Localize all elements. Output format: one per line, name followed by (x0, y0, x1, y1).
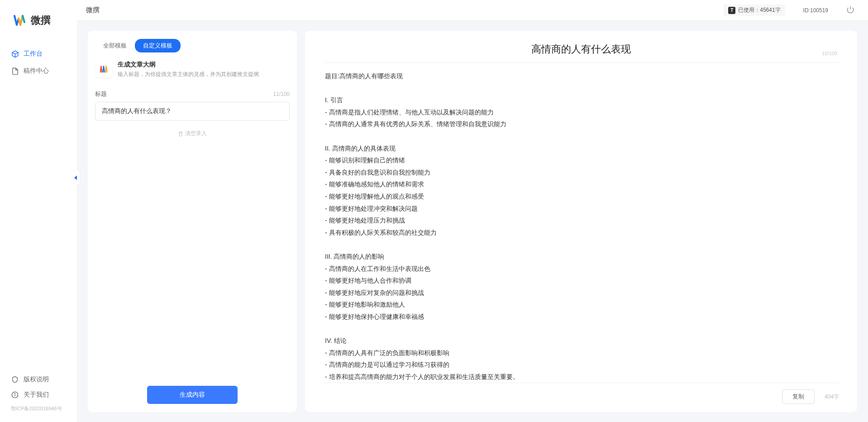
main-content: 全部模板 自定义模板 生成文章大纲 输入标题，为你提供文章主体的灵感，并为其创建… (77, 21, 868, 422)
user-id: ID:100519 (803, 7, 828, 14)
nav-workbench[interactable]: 工作台 (0, 45, 77, 62)
output-word-count: 404字 (825, 393, 839, 401)
template-tabs: 全部模板 自定义模板 (88, 31, 297, 52)
shield-icon (11, 375, 19, 384)
trash-icon (178, 131, 183, 137)
usage-badge: T 已使用： 45641字 (724, 5, 785, 16)
logo: 微撰 (0, 14, 77, 45)
template-card: 生成文章大纲 输入标题，为你提供文章主体的灵感，并为其创建推文提纲 (88, 52, 297, 85)
icp-text: 鄂ICP备2022016946号 (0, 403, 77, 417)
template-icon (95, 61, 112, 78)
svg-point-2 (14, 393, 15, 394)
title-label: 标题 (95, 90, 107, 98)
copy-button[interactable]: 复制 (782, 389, 815, 404)
nav-label: 稿件中心 (24, 67, 49, 75)
collapse-sidebar-handle[interactable] (72, 171, 80, 185)
output-content[interactable]: 题目:高情商的人有哪些表现 I. 引言 - 高情商是指人们处理情绪、与他人互动以… (323, 62, 839, 382)
tab-all-templates[interactable]: 全部模板 (95, 39, 135, 52)
usage-value: 45641字 (760, 6, 780, 14)
title-label-row: 标题 11/100 (95, 90, 290, 98)
power-icon[interactable] (846, 5, 854, 15)
main-nav: 工作台 稿件中心 (0, 45, 77, 372)
info-icon (11, 391, 19, 399)
clear-input-button[interactable]: 清空录入 (95, 130, 290, 138)
text-icon: T (728, 7, 735, 14)
top-header: 微撰 T 已使用： 45641字 ID:100519 (77, 0, 868, 21)
template-info: 生成文章大纲 输入标题，为你提供文章主体的灵感，并为其创建推文提纲 (118, 61, 259, 78)
tab-custom-templates[interactable]: 自定义模板 (135, 39, 181, 52)
output-title-count: 10/100 (822, 51, 837, 56)
template-title: 生成文章大纲 (118, 61, 259, 69)
logo-text: 微撰 (31, 14, 51, 27)
cube-icon (11, 50, 19, 58)
template-desc: 输入标题，为你提供文章主体的灵感，并为其创建推文提纲 (118, 71, 259, 78)
title-input[interactable] (95, 102, 290, 121)
sidebar: 微撰 工作台 稿件中心 版权说明 关于我们 鄂ICP (0, 0, 77, 422)
nav-about[interactable]: 关于我们 (0, 387, 77, 403)
nav-label: 关于我们 (24, 391, 49, 399)
usage-label: 已使用： (738, 6, 760, 14)
output-panel: 高情商的人有什么表现 10/100 题目:高情商的人有哪些表现 I. 引言 - … (305, 31, 857, 412)
input-panel: 全部模板 自定义模板 生成文章大纲 输入标题，为你提供文章主体的灵感，并为其创建… (88, 31, 297, 412)
bottom-nav: 版权说明 关于我们 鄂ICP备2022016946号 (0, 372, 77, 422)
nav-copyright[interactable]: 版权说明 (0, 372, 77, 387)
document-icon (11, 67, 19, 75)
nav-label: 版权说明 (24, 375, 49, 384)
logo-icon (14, 14, 27, 27)
app-title: 微撰 (86, 6, 100, 14)
output-title-row: 高情商的人有什么表现 10/100 (305, 31, 857, 62)
title-char-count: 11/100 (273, 91, 290, 97)
output-title: 高情商的人有什么表现 (323, 43, 839, 56)
header-right: T 已使用： 45641字 ID:100519 (724, 5, 854, 16)
nav-drafts[interactable]: 稿件中心 (0, 62, 77, 80)
nav-label: 工作台 (24, 50, 43, 58)
title-field-section: 标题 11/100 清空录入 (88, 85, 297, 143)
output-footer: 复制 404字 (323, 383, 839, 404)
generate-button[interactable]: 生成内容 (147, 386, 238, 404)
